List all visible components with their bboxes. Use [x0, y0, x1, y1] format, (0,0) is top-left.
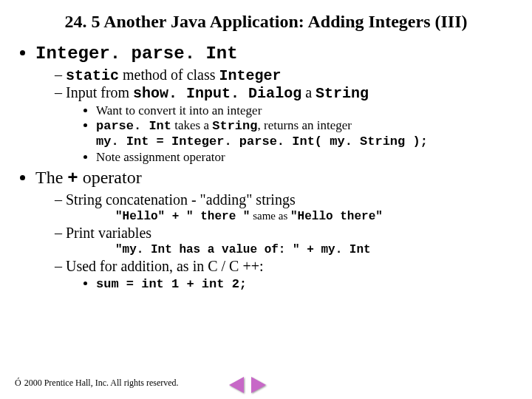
text-a: a — [301, 84, 316, 100]
triangle-right-icon — [251, 377, 266, 393]
sub-input-from: Input from show. Input. Dialog a String … — [55, 84, 510, 165]
code-showinputdialog: show. Input. Dialog — [133, 85, 301, 102]
copyright-text: 2000 Prentice Hall, Inc. All rights rese… — [24, 378, 179, 389]
subsub-parseint-takes: parse. Int takes a String, returns an in… — [96, 118, 510, 133]
sub-print-variables: Print variables "my. Int has a value of:… — [55, 225, 510, 256]
subsub-want-convert: Want to convert it into an integer — [96, 103, 510, 118]
sub-static-method: static method of class Integer — [55, 66, 510, 84]
text-input-from: Input from — [66, 84, 133, 100]
text-string-concat: String concatenation - "adding" strings — [66, 191, 296, 208]
code-sum: sum = int 1 + int 2; — [96, 276, 510, 291]
code-parseint: parse. Int — [96, 119, 171, 133]
bullet-plus-operator: The + operator String concatenation - "a… — [35, 168, 510, 291]
text-print-variables: Print variables — [66, 225, 151, 241]
text-used-addition: Used for addition, as in C / C ++: — [66, 258, 264, 274]
code-string2: String — [212, 119, 257, 133]
text-same-as: same as — [250, 210, 290, 222]
sub-string-concat: String concatenation - "adding" strings … — [55, 191, 510, 223]
code-myint-assign: my. Int = Integer. parse. Int( my. Strin… — [96, 134, 510, 149]
code-myint-value: "my. Int has a value of: " + my. Int — [115, 243, 510, 256]
text-returns-integer: , returns an integer — [257, 118, 351, 132]
code-sum-text: sum = int 1 + int 2; — [96, 277, 247, 291]
code-hello-plus: "Hello" + " there " — [115, 210, 250, 223]
prev-button[interactable] — [229, 377, 244, 393]
nav-buttons — [229, 377, 266, 393]
subsub-note-assignment: Note assignment operator — [96, 150, 510, 165]
text-method-of-class: method of class — [119, 66, 219, 83]
text-the: The — [35, 168, 67, 187]
code-string: String — [316, 85, 369, 102]
sub-used-addition: Used for addition, as in C / C ++: sum =… — [55, 258, 510, 291]
copyright-footer: Ó 2000 Prentice Hall, Inc. All rights re… — [15, 378, 179, 389]
bullet-integer-parseint: Integer. parse. Int static method of cla… — [35, 43, 510, 165]
copyright-symbol: Ó — [15, 378, 21, 389]
text-integer-parseint: Integer. parse. Int — [35, 44, 238, 64]
bullet-list: Integer. parse. Int static method of cla… — [35, 43, 510, 291]
slide-title: 24. 5 Another Java Application: Adding I… — [22, 10, 510, 33]
code-hello-there: "Hello" + " there " same as "Hello there… — [115, 210, 510, 223]
code-integer: Integer — [219, 67, 282, 84]
code-hello-result: "Hello there" — [290, 210, 383, 223]
next-button[interactable] — [251, 377, 266, 393]
code-static: static — [66, 67, 119, 84]
triangle-left-icon — [229, 377, 244, 393]
text-operator: operator — [78, 168, 142, 187]
code-plus: + — [67, 168, 78, 188]
text-takes-a: takes a — [171, 118, 212, 132]
